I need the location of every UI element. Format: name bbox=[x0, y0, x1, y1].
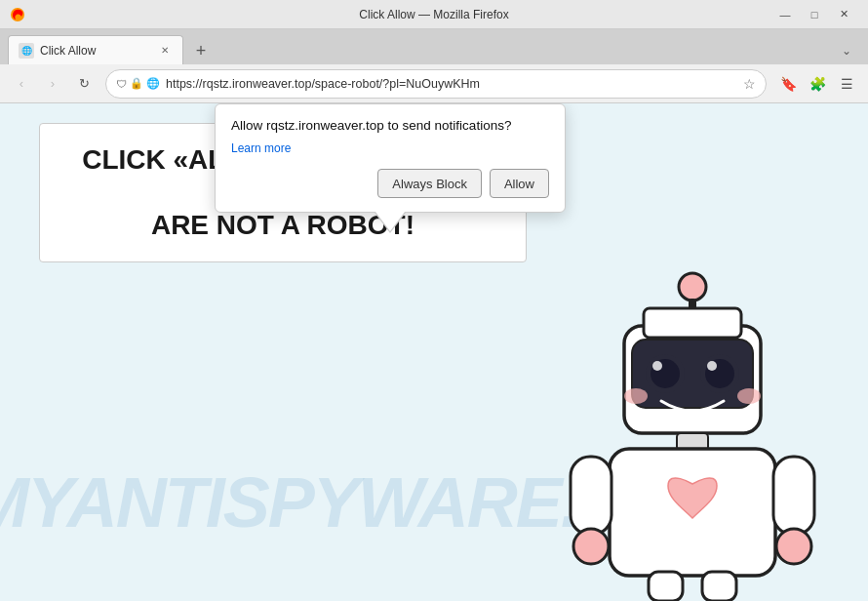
window-controls: — □ ✕ bbox=[770, 0, 858, 29]
address-bar[interactable]: 🛡 🔒 🌐 https://rqstz.ironweaver.top/space… bbox=[105, 69, 767, 99]
close-button[interactable]: ✕ bbox=[829, 0, 858, 29]
bookmark-star-icon[interactable]: ☆ bbox=[743, 76, 756, 92]
toolbar-right-buttons: 🔖 🧩 ☰ bbox=[774, 70, 860, 98]
robot-svg-icon bbox=[556, 269, 829, 601]
titlebar: Click Allow — Mozilla Firefox — □ ✕ bbox=[0, 0, 868, 29]
shield-icon: 🛡 bbox=[116, 78, 127, 90]
notification-popup: Allow rqstz.ironweaver.top to send notif… bbox=[215, 103, 566, 213]
tab-scroll-button[interactable]: ⌄ bbox=[833, 37, 860, 64]
svg-point-10 bbox=[652, 361, 662, 371]
new-tab-button[interactable]: + bbox=[187, 37, 215, 64]
svg-rect-20 bbox=[649, 572, 683, 601]
page-content: MYANTISPYWARE.COM Allow rqstz.ironweaver… bbox=[0, 103, 868, 601]
svg-rect-21 bbox=[702, 572, 736, 601]
titlebar-left bbox=[10, 7, 25, 22]
tab-close-button[interactable]: ✕ bbox=[157, 43, 173, 59]
always-block-button[interactable]: Always Block bbox=[377, 169, 482, 198]
lock-icon: 🔒 bbox=[130, 77, 143, 90]
svg-point-1 bbox=[679, 273, 706, 300]
minimize-button[interactable]: — bbox=[770, 0, 800, 29]
tab-title: Click Allow bbox=[40, 44, 151, 58]
popup-title: Allow rqstz.ironweaver.top to send notif… bbox=[231, 118, 549, 133]
svg-point-19 bbox=[776, 529, 811, 564]
allow-button[interactable]: Allow bbox=[490, 169, 549, 198]
globe-icon: 🌐 bbox=[146, 77, 160, 90]
reload-button[interactable]: ↻ bbox=[70, 70, 98, 98]
robot-image bbox=[556, 269, 829, 601]
tabbar: 🌐 Click Allow ✕ + ⌄ bbox=[0, 29, 868, 64]
tab-favicon-icon: 🌐 bbox=[19, 43, 34, 59]
extensions-button[interactable]: 🧩 bbox=[804, 70, 831, 98]
menu-button[interactable]: ☰ bbox=[833, 70, 860, 98]
back-button[interactable]: ‹ bbox=[8, 70, 35, 98]
svg-point-11 bbox=[707, 361, 717, 371]
popup-buttons: Always Block Allow bbox=[231, 169, 549, 198]
svg-point-18 bbox=[573, 529, 609, 564]
svg-rect-4 bbox=[644, 308, 741, 338]
svg-rect-17 bbox=[773, 457, 814, 535]
firefox-logo-icon bbox=[10, 7, 25, 22]
active-tab[interactable]: 🌐 Click Allow ✕ bbox=[8, 35, 183, 64]
toolbar: ‹ › ↻ 🛡 🔒 🌐 https://rqstz.ironweaver.top… bbox=[0, 64, 868, 103]
maximize-button[interactable]: □ bbox=[800, 0, 829, 29]
svg-rect-16 bbox=[571, 457, 612, 535]
url-text: https://rqstz.ironweaver.top/space-robot… bbox=[166, 77, 737, 91]
svg-point-13 bbox=[737, 388, 761, 404]
learn-more-link[interactable]: Learn more bbox=[231, 141, 291, 155]
address-security-icons: 🛡 🔒 🌐 bbox=[116, 77, 160, 90]
bookmark-manager-button[interactable]: 🔖 bbox=[774, 70, 802, 98]
svg-point-12 bbox=[624, 388, 648, 404]
window-title: Click Allow — Mozilla Firefox bbox=[359, 8, 508, 21]
forward-button[interactable]: › bbox=[39, 70, 66, 98]
